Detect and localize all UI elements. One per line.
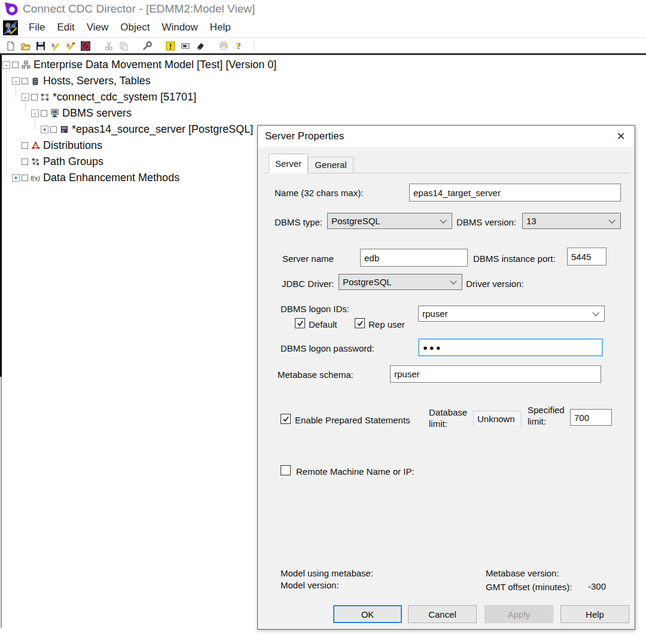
expand-icon[interactable]: +: [12, 174, 20, 182]
database-limit-value: Unknown: [473, 411, 521, 427]
password-input[interactable]: ●●●: [418, 338, 603, 356]
logon-id-combobox[interactable]: rpuser: [418, 306, 605, 322]
specified-limit-label: Specified limit:: [528, 404, 569, 427]
collapse-icon[interactable]: -: [2, 61, 10, 69]
specified-limit-input[interactable]: [570, 409, 612, 426]
checkmark-icon: [297, 320, 304, 327]
cut-icon[interactable]: [103, 41, 114, 52]
tree-node-hosts[interactable]: - Hosts, Servers, Tables: [0, 73, 257, 89]
copy-icon[interactable]: [118, 41, 129, 52]
tree-node-system[interactable]: - *connect_cdc_system [51701]: [0, 89, 257, 105]
tree-node-dbms-servers[interactable]: - DBMS servers: [0, 105, 257, 121]
default-label: Default: [309, 319, 337, 329]
dbms-type-label: DBMS type:: [275, 217, 322, 227]
tree-node-source-server[interactable]: + *epas14_source_server [PostgreSQL]: [0, 121, 257, 138]
dbms-type-select[interactable]: PostgreSQL: [327, 213, 452, 229]
tree-checkbox[interactable]: [12, 62, 19, 68]
menu-edit[interactable]: Edit: [51, 22, 80, 33]
collapse-icon[interactable]: -: [12, 77, 20, 85]
tree-node-model[interactable]: - Enterprise Data Movement Model [Test] …: [0, 57, 257, 73]
open-icon[interactable]: [20, 41, 31, 52]
checkmark-icon: [282, 416, 290, 423]
enable-prepared-checkbox[interactable]: [281, 414, 291, 424]
system-icon: [39, 92, 50, 102]
tree-checkbox[interactable]: [50, 126, 57, 133]
tree-node-path-groups[interactable]: Path Groups: [0, 154, 257, 170]
path-groups-icon: [30, 157, 41, 167]
menu-view[interactable]: View: [81, 22, 115, 33]
dbms-version-select[interactable]: 13: [522, 213, 621, 229]
tab-server[interactable]: Server: [269, 154, 308, 173]
database-limit-label: Database limit:: [429, 407, 474, 429]
check-out-icon[interactable]: R: [50, 41, 61, 52]
checkmark-icon: [356, 320, 364, 327]
menu-window[interactable]: Window: [156, 22, 203, 33]
tree-checkbox[interactable]: [22, 175, 28, 181]
rep-user-checkbox[interactable]: [355, 318, 365, 328]
server-icon: [59, 124, 69, 135]
tree-node-label: *epas14_source_server [PostgreSQL]: [72, 123, 253, 136]
expand-icon[interactable]: +: [41, 126, 48, 133]
remote-machine-checkbox[interactable]: [281, 465, 291, 475]
fx-icon: f(x): [30, 173, 41, 183]
model-icon: [20, 60, 31, 70]
menu-file[interactable]: File: [23, 22, 51, 33]
tools-icon[interactable]: [141, 41, 153, 52]
dbms-version-value: 13: [526, 216, 607, 226]
window-titlebar: Connect CDC Director - [EDMM2:Model View…: [0, 0, 646, 18]
dbms-port-input[interactable]: [567, 248, 607, 265]
dialog-titlebar[interactable]: Server Properties: [258, 126, 635, 147]
help-icon[interactable]: ??: [233, 41, 244, 52]
password-label: DBMS logon password:: [281, 343, 374, 353]
menu-object[interactable]: Object: [114, 22, 156, 33]
flag-icon[interactable]: [179, 41, 191, 52]
help-button[interactable]: Help: [560, 605, 629, 623]
tree-node-distributions[interactable]: Distributions: [0, 138, 257, 154]
tree-node-data-enhancement[interactable]: + f(x) Data Enhancement Methods: [0, 170, 257, 186]
name-input[interactable]: [409, 184, 621, 202]
rep-user-label: Rep user: [368, 319, 405, 329]
tree-checkbox[interactable]: [22, 142, 28, 149]
jdbc-driver-label: JDBC Driver:: [282, 279, 334, 289]
save-icon[interactable]: [35, 41, 46, 52]
pane-split-line: [1, 377, 2, 628]
distributions-icon: [30, 141, 41, 151]
server-name-input[interactable]: [360, 249, 468, 267]
menu-bar: File Edit View Object Window Help: [0, 18, 646, 38]
tree-node-label: *connect_cdc_system [51701]: [53, 91, 196, 103]
tree-checkbox[interactable]: [41, 110, 47, 117]
dbms-type-value: PostgreSQL: [331, 216, 438, 226]
dbms-servers-icon: [49, 108, 60, 118]
model-tree: - Enterprise Data Movement Model [Test] …: [0, 57, 257, 186]
chevron-down-icon: [608, 216, 615, 223]
metabase-schema-label: Metabase schema:: [278, 370, 354, 380]
cancel-button[interactable]: Cancel: [408, 605, 477, 623]
menu-help[interactable]: Help: [204, 22, 237, 33]
block-icon[interactable]: [80, 41, 91, 52]
toolbar: R R ! ??: [0, 38, 646, 54]
remote-machine-label: Remote Machine Name or IP:: [296, 466, 415, 477]
tree-checkbox[interactable]: [22, 78, 28, 84]
ok-button[interactable]: OK: [333, 605, 402, 623]
tab-general[interactable]: General: [308, 157, 354, 173]
new-file-icon[interactable]: [5, 41, 16, 52]
default-checkbox[interactable]: [295, 318, 305, 328]
tree-node-label: Path Groups: [43, 155, 103, 168]
tree-checkbox[interactable]: [22, 158, 28, 165]
chevron-down-icon: [440, 216, 446, 223]
collapse-icon[interactable]: -: [22, 93, 29, 101]
tree-node-label: Data Enhancement Methods: [43, 172, 179, 184]
model-version-label: Model version:: [281, 580, 339, 590]
eraser-icon[interactable]: [194, 41, 206, 52]
metabase-schema-input[interactable]: [390, 365, 601, 383]
print-icon[interactable]: [218, 41, 229, 52]
close-icon[interactable]: ✕: [607, 126, 635, 147]
dialog-title: Server Properties: [265, 130, 344, 142]
tab-page-edge: [264, 173, 630, 173]
document-app-icon: [3, 20, 18, 35]
jdbc-driver-select[interactable]: PostgreSQL: [339, 274, 462, 290]
tree-checkbox[interactable]: [31, 94, 38, 100]
validate-icon[interactable]: !: [164, 41, 176, 52]
check-in-icon[interactable]: R: [65, 41, 76, 52]
collapse-icon[interactable]: -: [31, 109, 39, 117]
